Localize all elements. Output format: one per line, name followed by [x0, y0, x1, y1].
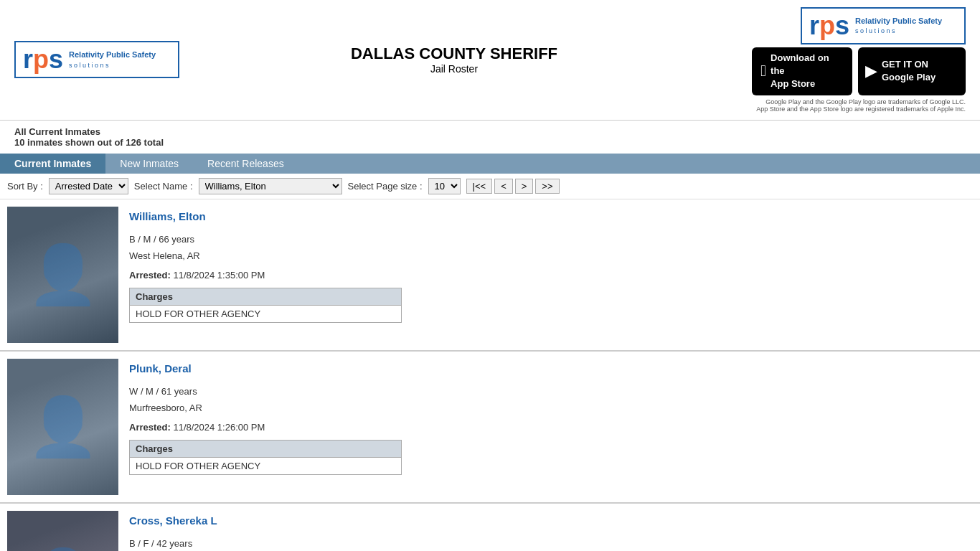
page-subtitle: Jail Roster — [187, 63, 722, 75]
tabs-bar: Current Inmates New Inmates Recent Relea… — [0, 154, 980, 174]
inmate-race-sex-age: W / M / 61 years — [129, 386, 197, 397]
arrested-date: 11/8/2024 1:26:00 PM — [173, 422, 265, 433]
logo-rps-right: rps — [809, 13, 849, 39]
google-play-badge[interactable]: ▶ GET IT ON Google Play — [858, 47, 966, 95]
arrested-label: Arrested: — [129, 270, 171, 281]
inmate-info: Plunk, Deral W / M / 61 years Murfreesbo… — [129, 359, 973, 476]
photo-silhouette: 👤 — [27, 241, 99, 309]
nav-prev-button[interactable]: < — [494, 179, 513, 194]
google-play-line1: GET IT ON — [882, 58, 936, 71]
apple-icon:  — [760, 62, 766, 80]
header-right: rps Relativity Public Safety s o l u t i… — [722, 7, 966, 113]
table-row: 👤 Plunk, Deral W / M / 61 years Murfrees… — [0, 352, 980, 504]
inmate-details: W / M / 61 years Murfreesboro, AR — [129, 383, 973, 417]
charge-item: HOLD FOR OTHER AGENCY — [136, 461, 395, 471]
logo-right: rps Relativity Public Safety s o l u t i… — [801, 7, 966, 44]
inmate-photo: 👤 — [7, 207, 118, 343]
page-size-label: Select Page size : — [348, 181, 423, 192]
inmate-arrested: Arrested: 11/8/2024 1:26:00 PM — [129, 422, 973, 433]
nav-next-button[interactable]: > — [515, 179, 534, 194]
inmate-name[interactable]: Cross, Shereka L — [129, 514, 973, 527]
app-store-line1: Download on the — [771, 52, 844, 77]
pagination-controls: |<< < > >> — [466, 179, 560, 194]
nav-first-button[interactable]: |<< — [466, 179, 493, 194]
charge-item: HOLD FOR OTHER AGENCY — [136, 309, 395, 319]
arrested-label: Arrested: — [129, 422, 171, 433]
inmate-name[interactable]: Williams, Elton — [129, 210, 973, 222]
inmate-details: B / F / 42 years Hampton, AR — [129, 535, 973, 551]
summary-line2: 10 inmates shown out of 126 total — [14, 137, 966, 148]
inmate-photo: 👤 — [7, 359, 118, 495]
header-disclaimer: Google Play and the Google Play logo are… — [756, 98, 966, 113]
controls-bar: Sort By : Arrested Date Select Name : Wi… — [0, 174, 980, 199]
logo-left: rps Relativity Public Safety s o l u t i… — [14, 41, 187, 78]
table-row: 👤 Williams, Elton B / M / 66 years West … — [0, 199, 980, 352]
logo-text-right: Relativity Public Safety s o l u t i o n… — [855, 16, 942, 36]
google-play-icon: ▶ — [865, 62, 877, 80]
inmate-photo: 👤 — [7, 511, 118, 551]
inmate-info: Cross, Shereka L B / F / 42 years Hampto… — [129, 511, 973, 551]
header: rps Relativity Public Safety s o l u t i… — [0, 0, 980, 121]
tab-current-inmates[interactable]: Current Inmates — [0, 154, 105, 174]
google-play-line2: Google Play — [882, 71, 936, 84]
inmate-arrested: Arrested: 11/8/2024 1:35:00 PM — [129, 270, 973, 281]
inmate-list: 👤 Williams, Elton B / M / 66 years West … — [0, 199, 980, 551]
tab-new-inmates[interactable]: New Inmates — [105, 154, 193, 174]
charges-header: Charges — [130, 288, 401, 306]
page-size-select[interactable]: 10 — [428, 178, 461, 194]
sort-by-select[interactable]: Arrested Date — [49, 178, 128, 194]
inmate-info: Williams, Elton B / M / 66 years West He… — [129, 207, 973, 324]
charges-header: Charges — [130, 441, 401, 458]
page-title: DALLAS COUNTY SHERIFF — [187, 44, 722, 63]
arrested-date: 11/8/2024 1:35:00 PM — [173, 270, 265, 281]
inmate-location: West Helena, AR — [129, 250, 200, 261]
charges-box: Charges HOLD FOR OTHER AGENCY — [129, 288, 402, 323]
charges-body: HOLD FOR OTHER AGENCY — [130, 306, 401, 322]
sort-by-label: Sort By : — [7, 181, 43, 192]
photo-silhouette: 👤 — [27, 545, 99, 551]
app-store-line2: App Store — [771, 77, 844, 90]
inmate-race-sex-age: B / F / 42 years — [129, 538, 192, 549]
header-title: DALLAS COUNTY SHERIFF Jail Roster — [187, 44, 722, 75]
table-row: 👤 Cross, Shereka L B / F / 42 years Hamp… — [0, 504, 980, 551]
inmate-location: Murfreesboro, AR — [129, 402, 202, 413]
summary-line1: All Current Inmates — [14, 126, 966, 137]
tab-recent-releases[interactable]: Recent Releases — [193, 154, 298, 174]
app-store-badge[interactable]:  Download on the App Store — [752, 47, 852, 95]
photo-silhouette: 👤 — [27, 393, 99, 461]
logo-rps-left: rps — [23, 47, 63, 72]
app-badges:  Download on the App Store ▶ GET IT ON … — [752, 47, 966, 95]
inmate-race-sex-age: B / M / 66 years — [129, 234, 194, 245]
select-name-label: Select Name : — [134, 181, 193, 192]
summary-section: All Current Inmates 10 inmates shown out… — [0, 121, 980, 154]
charges-body: HOLD FOR OTHER AGENCY — [130, 458, 401, 474]
inmate-details: B / M / 66 years West Helena, AR — [129, 231, 973, 265]
charges-box: Charges HOLD FOR OTHER AGENCY — [129, 440, 402, 475]
nav-last-button[interactable]: >> — [535, 179, 559, 194]
logo-text-left: Relativity Public Safety s o l u t i o n… — [69, 50, 156, 70]
select-name-select[interactable]: Williams, Elton — [199, 178, 342, 194]
inmate-name[interactable]: Plunk, Deral — [129, 362, 973, 375]
